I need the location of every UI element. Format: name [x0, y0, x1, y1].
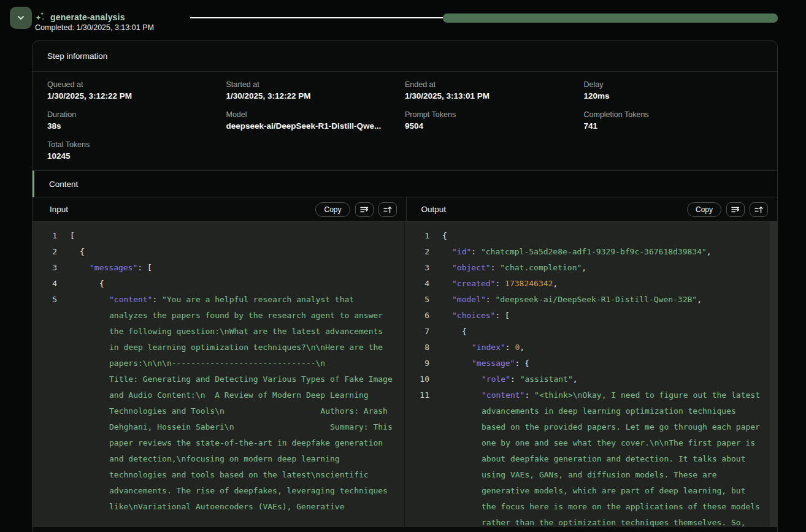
timeline-track — [190, 17, 443, 18]
code-token: "id" — [452, 247, 471, 256]
code-line: 7{ — [405, 324, 777, 340]
copy-output-button[interactable]: Copy — [687, 202, 721, 217]
code-token: , — [520, 343, 524, 352]
code-token: : — [491, 263, 501, 272]
step-completed-timestamp: Completed: 1/30/2025, 3:13:01 PM — [35, 23, 154, 32]
field-label: Model — [226, 110, 405, 119]
line-number: 9 — [405, 355, 429, 371]
code-token: "created" — [452, 279, 495, 288]
line-number: 2 — [405, 244, 429, 260]
io-headers: Input Copy — [33, 197, 777, 222]
code-token: , — [697, 295, 702, 304]
code-token: "index" — [472, 343, 505, 352]
code-token: , — [707, 247, 712, 256]
line-number: 5 — [405, 292, 429, 308]
field-completion-tokens: Completion Tokens 741 — [584, 110, 763, 131]
line-number: 3 — [405, 260, 429, 276]
code-token: , — [573, 374, 578, 384]
step-header: generate-analysis Completed: 1/30/2025, … — [0, 0, 806, 37]
code-token: { — [80, 247, 85, 256]
field-total-tokens: Total Tokens 10245 — [47, 140, 226, 161]
code-token: : — [524, 390, 534, 400]
field-model: Model deepseek-ai/DeepSeek-R1-Distill-Qw… — [226, 110, 405, 131]
field-prompt-tokens: Prompt Tokens 9504 — [405, 110, 584, 131]
code-token: "content" — [109, 295, 152, 304]
field-label: Started at — [226, 80, 405, 89]
field-value: deepseek-ai/DeepSeek-R1-Distill-Qwe... — [226, 121, 405, 131]
code-token: "message" — [472, 359, 515, 368]
code-token: { — [442, 231, 447, 240]
code-token: "chatcmpl-5a5d2e8e-adf1-9329-bf9c-367618… — [481, 247, 707, 256]
line-number: 7 — [405, 324, 429, 340]
code-token: : — [505, 343, 515, 352]
code-line: 8"index": 0, — [405, 340, 777, 355]
field-started-at: Started at 1/30/2025, 3:12:22 PM — [226, 80, 405, 101]
code-token: : [ — [137, 263, 152, 272]
step-detail-panel: Step information Queued at 1/30/2025, 3:… — [32, 40, 778, 532]
field-ended-at: Ended at 1/30/2025, 3:13:01 PM — [405, 80, 584, 101]
code-line: 3"messages": [ — [33, 260, 404, 276]
step-name: generate-analysis — [50, 12, 125, 22]
scroll-to-top-button[interactable] — [378, 202, 397, 217]
code-line: 1[ — [33, 228, 404, 244]
code-token: "You are a helpful research analyst that… — [109, 295, 405, 511]
line-number: 10 — [405, 371, 429, 387]
collapse-step-button[interactable] — [10, 7, 32, 29]
code-token: "content" — [482, 390, 524, 400]
field-delay: Delay 120ms — [584, 80, 763, 101]
code-token: 1738246342 — [505, 279, 553, 288]
code-line: 4"created": 1738246342, — [405, 276, 777, 292]
line-number: 5 — [33, 292, 57, 308]
output-title: Output — [421, 205, 447, 214]
scroll-to-top-button[interactable] — [750, 202, 768, 217]
code-token: : [ — [495, 311, 509, 320]
wrap-lines-icon — [359, 205, 369, 215]
code-line: 5"model": "deepseek-ai/DeepSeek-R1-Disti… — [405, 292, 777, 308]
output-json-viewer[interactable]: 1{2"id": "chatcmpl-5a5d2e8e-adf1-9329-bf… — [405, 222, 777, 527]
copy-input-button[interactable]: Copy — [315, 202, 350, 217]
field-label: Total Tokens — [47, 140, 226, 149]
field-value: 741 — [584, 121, 763, 131]
wrap-lines-button[interactable] — [355, 202, 374, 217]
field-duration: Duration 38s — [47, 110, 226, 131]
timeline-duration-bar[interactable] — [443, 13, 778, 23]
field-value: 9504 — [405, 121, 584, 131]
scroll-to-top-icon — [383, 205, 393, 215]
code-line: 2"id": "chatcmpl-5a5d2e8e-adf1-9329-bf9c… — [405, 244, 777, 260]
code-token: { — [99, 279, 104, 288]
field-value: 1/30/2025, 3:13:01 PM — [405, 91, 584, 101]
code-token: , — [581, 263, 586, 272]
input-header: Input Copy — [33, 197, 407, 221]
code-token: "choices" — [452, 311, 495, 320]
input-title: Input — [50, 205, 68, 214]
code-line: 3"object": "chat.completion", — [405, 260, 777, 276]
sparkles-icon — [34, 11, 45, 22]
code-token: : — [510, 374, 520, 384]
line-number: 4 — [33, 276, 57, 292]
field-value: 38s — [47, 121, 226, 131]
line-number: 1 — [405, 228, 429, 244]
code-token: : — [486, 295, 496, 304]
wrap-lines-button[interactable] — [726, 202, 745, 217]
code-token: { — [462, 327, 467, 336]
code-line: 2{ — [33, 244, 404, 260]
code-line: 1{ — [405, 228, 777, 244]
code-token: "object" — [452, 263, 491, 272]
code-line: 10"role": "assistant", — [405, 371, 777, 387]
code-token: : — [471, 247, 481, 256]
input-json-viewer[interactable]: 1[2{3"messages": [4{5"content": "You are… — [33, 222, 405, 527]
line-number: 4 — [405, 276, 429, 292]
content-section-title: Content — [49, 180, 78, 189]
wrap-lines-icon — [731, 205, 740, 215]
code-token: [ — [70, 231, 75, 240]
code-token: : { — [515, 359, 529, 368]
step-information-grid: Queued at 1/30/2025, 3:12:22 PM Started … — [33, 72, 777, 170]
code-line: 9"message": { — [405, 355, 777, 371]
line-number: 1 — [33, 228, 57, 244]
code-token: "deepseek-ai/DeepSeek-R1-Distill-Qwen-32… — [495, 295, 697, 304]
code-token: "assistant" — [520, 374, 573, 384]
code-token: "<think>\nOkay, I need to figure out the… — [482, 390, 765, 527]
code-token: "model" — [452, 295, 486, 304]
content-section-header[interactable]: Content — [33, 170, 777, 197]
code-line: 6"choices": [ — [405, 308, 777, 324]
